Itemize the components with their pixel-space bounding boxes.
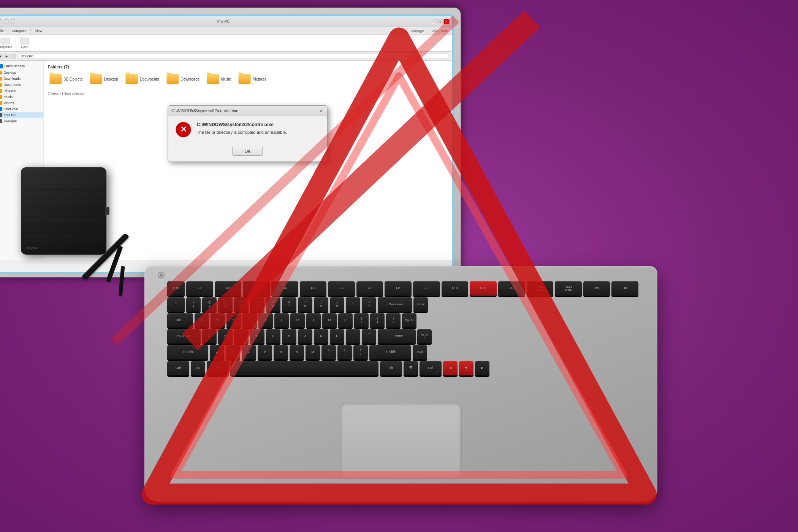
key-pgdn[interactable]: Pg Dn↓ — [417, 329, 432, 344]
key-f7[interactable]: F7 — [356, 281, 383, 296]
key-9[interactable]: (9 — [314, 297, 328, 312]
key-1[interactable]: !1 — [186, 297, 201, 312]
key-2[interactable]: @2 — [202, 297, 217, 312]
key-w[interactable]: W — [211, 313, 225, 328]
dialog-close-button[interactable]: ✕ — [318, 108, 324, 114]
search-field[interactable]: Search This PC — [396, 54, 449, 59]
key-4[interactable]: $4 — [234, 297, 249, 312]
nav-quick-access[interactable]: Quick access — [0, 63, 44, 70]
nav-this-pc[interactable]: This PC — [0, 112, 44, 118]
nav-downloads[interactable]: Downloads — [0, 76, 44, 82]
key-f10[interactable]: F10 — [442, 281, 469, 296]
key-equals[interactable]: += — [362, 297, 376, 312]
nav-onedrive[interactable]: OneDrive — [0, 106, 44, 112]
key-fn[interactable]: Fn — [191, 361, 205, 375]
key-y[interactable]: Y — [274, 313, 289, 328]
key-f5[interactable]: F5 — [300, 281, 327, 296]
key-g[interactable]: G — [266, 329, 280, 344]
address-field[interactable]: This PC — [19, 54, 393, 59]
key-enter[interactable]: ← Enter — [378, 329, 416, 344]
key-end[interactable]: End — [413, 345, 427, 359]
key-menu[interactable]: ☰ — [404, 361, 418, 375]
ribbon-tab-file[interactable]: File — [0, 27, 8, 34]
key-period[interactable]: >. — [337, 345, 352, 359]
power-button[interactable] — [158, 272, 165, 279]
key-f11[interactable]: F11 — [470, 281, 497, 296]
nav-music[interactable]: Music — [0, 94, 44, 100]
key-c[interactable]: C — [242, 345, 256, 359]
key-rshift[interactable]: ⇧ Shift — [369, 345, 411, 359]
key-del[interactable]: Del — [611, 281, 638, 296]
nav-pictures[interactable]: Pictures — [0, 88, 44, 94]
key-backslash[interactable]: |\ — [386, 313, 401, 328]
key-i[interactable]: I — [306, 313, 321, 328]
key-t[interactable]: T — [258, 313, 273, 328]
key-backspace[interactable]: ← Backspace — [378, 297, 412, 312]
key-f3[interactable]: F3 — [243, 281, 270, 296]
key-v[interactable]: V — [258, 345, 272, 359]
key-h[interactable]: H — [282, 329, 296, 344]
key-left[interactable]: ◄ — [443, 361, 458, 375]
key-n[interactable]: N — [290, 345, 304, 359]
key-6[interactable]: ^6 — [266, 297, 280, 312]
key-p[interactable]: P — [338, 313, 353, 328]
key-f4[interactable]: F4 — [271, 281, 298, 296]
key-prtsc[interactable]: PrtScScrLk — [527, 281, 554, 296]
key-home[interactable]: Home — [413, 297, 428, 312]
key-ralt[interactable]: Alt — [380, 361, 402, 375]
ribbon-tab-view[interactable]: View — [31, 27, 46, 34]
key-r[interactable]: R — [242, 313, 257, 328]
key-l[interactable]: L — [330, 329, 344, 344]
folder-desktop[interactable]: Desktop — [88, 72, 120, 86]
key-8[interactable]: *8 — [298, 297, 312, 312]
folder-pictures[interactable]: Pictures — [237, 72, 268, 86]
touchpad[interactable] — [340, 403, 462, 479]
key-q[interactable]: Q — [195, 313, 209, 328]
key-semicolon[interactable]: :; — [346, 329, 360, 344]
key-f2[interactable]: F2 — [215, 281, 242, 296]
key-comma[interactable]: <, — [321, 345, 336, 359]
key-space[interactable] — [230, 361, 378, 375]
key-minus[interactable]: _- — [346, 297, 360, 312]
key-x[interactable]: X — [226, 345, 240, 359]
ok-button[interactable]: OK — [233, 147, 263, 156]
key-s[interactable]: S — [218, 329, 233, 344]
key-7[interactable]: &7 — [282, 297, 296, 312]
key-f1[interactable]: F1 — [186, 281, 213, 296]
nav-videos[interactable]: Videos — [0, 100, 44, 106]
key-e[interactable]: E — [226, 313, 241, 328]
ribbon-tab-computer[interactable]: Computer — [8, 27, 31, 34]
key-esc[interactable]: Esc — [167, 281, 185, 296]
folder-documents[interactable]: Documents — [124, 72, 161, 86]
key-f8[interactable]: F8 — [385, 281, 412, 296]
key-f6[interactable]: F6 — [328, 281, 355, 296]
key-pause[interactable]: PauseBreak — [555, 281, 582, 296]
key-down[interactable]: ▼ — [459, 361, 473, 375]
key-f[interactable]: F — [250, 329, 264, 344]
key-lbracket[interactable]: {[ — [354, 313, 369, 328]
folder-3d-objects[interactable]: 3D Objects — [48, 72, 84, 86]
key-b[interactable]: B — [274, 345, 288, 359]
key-o[interactable]: O — [322, 313, 337, 328]
key-rbracket[interactable]: }] — [370, 313, 385, 328]
key-0[interactable]: )0 — [330, 297, 344, 312]
key-k[interactable]: K — [314, 329, 328, 344]
key-quote[interactable]: "' — [362, 329, 376, 344]
key-backtick[interactable]: ~` — [167, 297, 185, 312]
key-5[interactable]: %5 — [250, 297, 264, 312]
key-lshift[interactable]: ⇧ Shift — [167, 345, 208, 359]
key-a[interactable]: A — [202, 329, 217, 344]
key-d[interactable]: D — [234, 329, 249, 344]
key-capslock[interactable]: Caps Lock — [167, 329, 201, 344]
key-z[interactable]: Z — [210, 345, 224, 359]
folder-downloads[interactable]: Downloads — [165, 72, 201, 86]
key-u[interactable]: U — [290, 313, 305, 328]
nav-documents[interactable]: Documents — [0, 82, 44, 88]
key-m[interactable]: M — [306, 345, 320, 359]
key-lctrl[interactable]: Ctrl — [167, 361, 189, 375]
key-slash[interactable]: ?/ — [353, 345, 368, 359]
key-j[interactable]: J — [298, 329, 312, 344]
nav-filevault[interactable]: FileVault — [0, 118, 44, 124]
key-f9[interactable]: F9 — [413, 281, 440, 296]
key-tab[interactable]: Tab → — [167, 313, 193, 328]
